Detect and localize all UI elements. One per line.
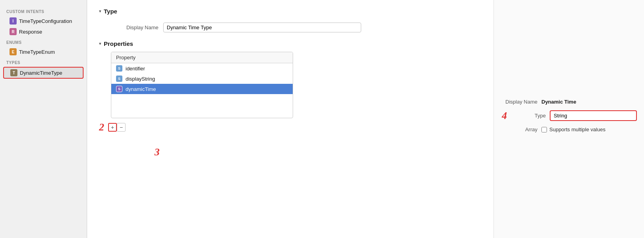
- type-section-title: Type: [104, 8, 117, 15]
- enum-icon: E: [10, 48, 17, 55]
- sidebar-item-response[interactable]: R Response: [3, 26, 84, 37]
- string-icon: S: [116, 76, 122, 82]
- right-array-label: Array: [502, 127, 537, 132]
- table-controls-row: 2 + −: [99, 122, 482, 132]
- right-display-name-label: Display Name: [502, 99, 537, 105]
- right-display-name-row: Display Name Dynamic Time: [502, 99, 636, 105]
- display-name-row: Display Name: [111, 23, 482, 32]
- string-icon: S: [116, 65, 122, 72]
- custom-intents-heading: CUSTOM INTENTS: [0, 6, 87, 15]
- sidebar-item-timetypeconfiguration[interactable]: I TimeTypeConfiguration: [3, 16, 84, 26]
- array-checkbox-label: Supports multiple values: [549, 127, 606, 132]
- property-column-header: Property: [111, 52, 293, 63]
- table-empty-area: [111, 94, 293, 118]
- right-panel: Display Name Dynamic Time 4 Type Array S…: [493, 0, 644, 238]
- property-label: displayString: [126, 76, 155, 82]
- type-icon: T: [10, 69, 17, 76]
- step4-annotation: 4: [502, 111, 507, 121]
- display-name-input[interactable]: [163, 23, 361, 32]
- properties-section-title: Properties: [104, 40, 133, 47]
- sidebar: CUSTOM INTENTS I TimeTypeConfiguration R…: [0, 0, 87, 238]
- right-type-label: Type: [510, 113, 546, 119]
- sidebar-item-label: TimeTypeEnum: [19, 49, 55, 55]
- response-icon: R: [10, 28, 17, 35]
- add-property-button[interactable]: +: [108, 123, 117, 132]
- sidebar-item-label: Response: [19, 29, 42, 35]
- right-type-row: 4 Type: [502, 110, 636, 121]
- sidebar-item-timetypeenum[interactable]: E TimeTypeEnum: [3, 47, 84, 57]
- properties-section-header: ▾ Properties: [99, 40, 482, 47]
- property-label: dynamicTime: [126, 86, 156, 92]
- chevron-icon: ▾: [99, 9, 101, 14]
- properties-table: Property S identifier S displayString S …: [111, 52, 293, 118]
- sidebar-item-dynamictimetype[interactable]: T DynamicTimeType: [3, 67, 84, 79]
- types-heading: TYPES: [0, 57, 87, 66]
- enums-heading: ENUMS: [0, 37, 87, 46]
- property-row-identifier[interactable]: S identifier: [111, 63, 293, 74]
- properties-section: ▾ Properties Property S identifier S dis…: [99, 40, 482, 132]
- property-label: identifier: [126, 66, 145, 72]
- property-row-dynamictime[interactable]: S dynamicTime: [111, 84, 293, 94]
- display-name-label: Display Name: [111, 25, 158, 30]
- intent-icon: I: [10, 17, 17, 25]
- right-display-name-value: Dynamic Time: [541, 99, 576, 105]
- property-row-displaystring[interactable]: S displayString: [111, 74, 293, 84]
- sidebar-item-label: TimeTypeConfiguration: [19, 18, 72, 24]
- right-type-input[interactable]: [550, 110, 637, 121]
- sidebar-item-label: DynamicTimeType: [20, 70, 62, 76]
- right-array-row: Array Supports multiple values: [502, 127, 636, 132]
- step2-annotation: 2: [99, 122, 104, 132]
- chevron-icon: ▾: [99, 41, 101, 46]
- array-checkbox[interactable]: [541, 127, 547, 132]
- type-section-header: ▾ Type: [99, 8, 482, 15]
- remove-property-button[interactable]: −: [117, 123, 126, 132]
- string-icon: S: [116, 86, 122, 92]
- main-content: ▾ Type Display Name ▾ Properties Propert…: [87, 0, 493, 238]
